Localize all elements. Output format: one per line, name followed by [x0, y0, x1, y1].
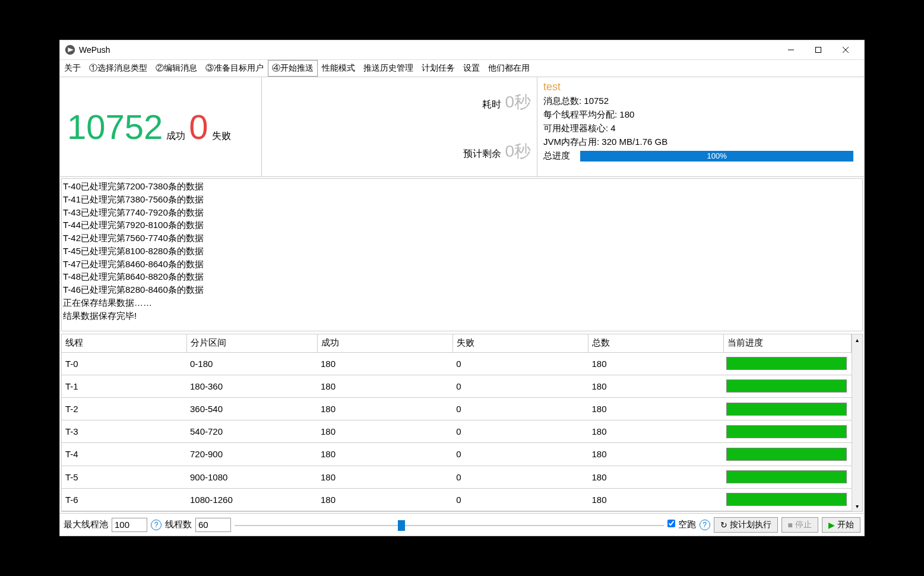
cpu-cores-label: 可用处理器核心: [543, 123, 608, 133]
tab-8[interactable]: 设置 [459, 60, 484, 77]
schedule-button[interactable]: ↻ 按计划执行 [714, 517, 778, 533]
tab-9[interactable]: 他们都在用 [484, 60, 534, 77]
dry-run-check[interactable] [667, 520, 675, 527]
dry-run-label: 空跑 [678, 519, 696, 529]
table-row[interactable]: T-61080-12601800180 [62, 488, 852, 511]
eta-value: 0秒 [505, 140, 531, 163]
avg-alloc-label: 每个线程平均分配: [543, 109, 617, 119]
col-header[interactable]: 当前进度 [724, 334, 852, 352]
refresh-icon: ↻ [720, 520, 727, 530]
tab-3[interactable]: ③准备目标用户 [201, 60, 268, 77]
tab-6[interactable]: 推送历史管理 [359, 60, 417, 77]
dry-run-help-icon[interactable]: ? [700, 520, 710, 530]
stop-button[interactable]: ■ 停止 [781, 517, 818, 533]
jvm-label: JVM内存占用: [543, 137, 599, 147]
thread-slider[interactable] [235, 519, 664, 531]
window-controls [777, 41, 859, 59]
tab-4[interactable]: ④开始推送 [268, 60, 318, 77]
table-row[interactable]: T-3540-7201800180 [62, 420, 852, 443]
elapsed-label: 耗时 [482, 99, 501, 111]
total-progress-bar: 100% [580, 151, 853, 162]
table-row[interactable]: T-4720-9001800180 [62, 443, 852, 466]
tab-2[interactable]: ②编辑消息 [151, 60, 201, 77]
eta-label: 预计剩余 [463, 148, 501, 160]
fail-label: 失败 [212, 130, 231, 143]
info-panel: test 消息总数: 10752 每个线程平均分配: 180 可用处理器核心: … [537, 77, 864, 176]
play-icon: ▶ [828, 520, 835, 530]
row-progress-bar [726, 493, 847, 506]
tabbar: 关于①选择消息类型②编辑消息③准备目标用户④开始推送性能模式推送历史管理计划任务… [60, 59, 864, 77]
bottom-toolbar: 最大线程池 ? 线程数 空跑 ? ↻ 按计划执行 ■ 停止 [60, 513, 864, 536]
row-progress-bar [726, 379, 847, 393]
table-scrollbar[interactable]: ▴ ▾ [852, 334, 862, 511]
summary-panel: 10752 成功 0 失败 耗时 0秒 预计剩余 0秒 test 消息总数: 1… [60, 77, 864, 177]
app-icon [65, 45, 75, 55]
counts-panel: 10752 成功 0 失败 [60, 77, 262, 176]
thread-count-label: 线程数 [165, 519, 192, 530]
elapsed-value: 0秒 [505, 91, 531, 113]
row-progress-bar [726, 425, 847, 438]
thread-count-input[interactable] [195, 518, 231, 532]
success-count: 10752 [67, 107, 163, 147]
col-header[interactable]: 总数 [588, 334, 723, 352]
scroll-up-button[interactable]: ▴ [852, 334, 862, 345]
stop-icon: ■ [788, 520, 793, 530]
maximize-button[interactable] [805, 41, 832, 59]
cpu-cores-value: 4 [610, 123, 615, 133]
col-header[interactable]: 失败 [452, 334, 588, 352]
table-row[interactable]: T-00-1801800180 [62, 352, 852, 375]
table-row[interactable]: T-1180-3601800180 [62, 375, 852, 397]
progress-label: 总进度 [543, 150, 578, 162]
content-area: 10752 成功 0 失败 耗时 0秒 预计剩余 0秒 test 消息总数: 1… [60, 77, 864, 536]
thread-table-wrap: 线程分片区间成功失败总数当前进度 T-00-1801800180T-1180-3… [61, 334, 863, 512]
total-msg-label: 消息总数: [543, 96, 581, 106]
table-row[interactable]: T-2360-5401800180 [62, 397, 852, 420]
app-window: WePush 关于①选择消息类型②编辑消息③准备目标用户④开始推送性能模式推送历… [59, 40, 865, 536]
dry-run-checkbox[interactable]: 空跑 [667, 519, 695, 530]
row-progress-bar [726, 470, 847, 483]
total-msg-value: 10752 [584, 96, 609, 106]
svg-rect-2 [816, 48, 821, 53]
max-pool-input[interactable] [112, 518, 147, 532]
start-button[interactable]: ▶ 开始 [822, 517, 860, 533]
max-pool-help-icon[interactable]: ? [151, 520, 162, 530]
col-header[interactable]: 线程 [62, 334, 186, 352]
minimize-button[interactable] [777, 41, 805, 59]
titlebar: WePush [60, 40, 864, 59]
row-progress-bar [726, 448, 847, 461]
jvm-value: 320 MB/1.76 GB [602, 137, 667, 147]
success-label: 成功 [166, 130, 185, 143]
tab-1[interactable]: ①选择消息类型 [85, 60, 151, 77]
test-name: test [543, 81, 858, 93]
col-header[interactable]: 分片区间 [186, 334, 317, 352]
max-pool-label: 最大线程池 [64, 519, 108, 530]
thread-table: 线程分片区间成功失败总数当前进度 T-00-1801800180T-1180-3… [62, 334, 852, 511]
tab-7[interactable]: 计划任务 [417, 60, 459, 77]
scroll-down-button[interactable]: ▾ [852, 501, 862, 511]
table-row[interactable]: T-5900-10801800180 [62, 466, 852, 488]
row-progress-bar [726, 357, 847, 370]
row-progress-bar [726, 403, 847, 416]
tab-0[interactable]: 关于 [60, 60, 85, 77]
tab-5[interactable]: 性能模式 [318, 60, 359, 77]
window-title: WePush [79, 45, 777, 55]
timing-panel: 耗时 0秒 预计剩余 0秒 [262, 77, 537, 176]
avg-alloc-value: 180 [619, 109, 634, 119]
close-button[interactable] [832, 41, 859, 59]
log-output[interactable]: T-40已处理完第7200-7380条的数据 T-41已处理完第7380-756… [61, 178, 863, 331]
col-header[interactable]: 成功 [317, 334, 452, 352]
fail-count: 0 [189, 107, 208, 147]
